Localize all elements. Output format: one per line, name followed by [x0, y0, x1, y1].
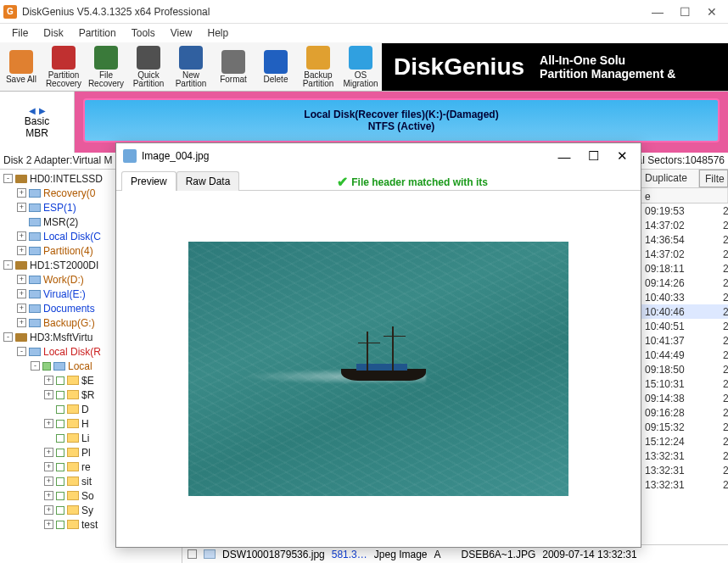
row-checkbox[interactable]: [188, 549, 197, 559]
expand-toggle[interactable]: -: [17, 347, 26, 356]
nav-next-icon[interactable]: ▶: [39, 106, 46, 115]
expand-toggle[interactable]: +: [17, 246, 26, 255]
checkbox[interactable]: [56, 391, 64, 399]
close-button[interactable]: ✕: [706, 5, 718, 19]
tree-label: Virual(E:): [43, 288, 86, 300]
expand-toggle[interactable]: -: [31, 361, 40, 371]
col-duplicate[interactable]: Duplicate: [640, 170, 699, 187]
menu-help[interactable]: Help: [201, 25, 236, 41]
menu-view[interactable]: View: [164, 25, 199, 41]
tool-label: Partition Recovery: [42, 71, 85, 88]
tree-label: re: [81, 461, 91, 473]
col-e[interactable]: e: [640, 188, 728, 203]
cell-extra: 2: [718, 277, 728, 289]
tool-file-recovery[interactable]: File Recovery: [85, 43, 127, 91]
expand-toggle[interactable]: +: [17, 304, 26, 313]
checkbox[interactable]: [42, 362, 51, 371]
volume-icon: [29, 348, 41, 356]
preview-maximize-button[interactable]: ☐: [581, 148, 605, 164]
tab-raw-data[interactable]: Raw Data: [176, 171, 240, 191]
image-file-icon: [123, 149, 137, 163]
checkbox[interactable]: [56, 506, 64, 515]
expand-toggle[interactable]: +: [17, 275, 26, 284]
adapter-label: Disk 2 Adapter:Virtual M: [3, 154, 113, 167]
preview-window: Image_004.jpg — ☐ ✕ Preview Raw Data ✔ F…: [115, 142, 641, 548]
partition-block[interactable]: Local Disk(Recover files)(K:)-(Damaged) …: [83, 98, 720, 142]
filter-button[interactable]: Filte: [699, 170, 728, 187]
checkbox[interactable]: [56, 420, 64, 428]
tool-os-migration[interactable]: OS Migration: [339, 43, 382, 91]
expand-toggle[interactable]: +: [17, 289, 26, 298]
sectors-label: tal Sectors:1048576: [634, 154, 725, 167]
checkbox[interactable]: [56, 449, 64, 457]
tool-delete[interactable]: Delete: [255, 43, 297, 91]
cell-extra: 2: [718, 306, 728, 318]
tool-save-all[interactable]: Save All: [0, 43, 42, 91]
volume-icon: [29, 218, 41, 226]
tool-format[interactable]: Format: [212, 43, 255, 91]
cell-extra: 2: [718, 479, 728, 491]
tree-label: Documents: [43, 303, 95, 315]
checkbox[interactable]: [56, 521, 64, 529]
minimize-button[interactable]: —: [652, 5, 664, 19]
volume-icon: [29, 276, 41, 284]
cell-time: 10:40:51: [640, 321, 718, 332]
tool-backup-partition[interactable]: Backup Partition: [297, 43, 339, 91]
disk-scheme-label: MBR: [25, 127, 48, 139]
menu-disk[interactable]: Disk: [36, 25, 70, 41]
expand-toggle[interactable]: +: [44, 376, 53, 385]
tab-preview[interactable]: Preview: [121, 171, 176, 191]
expand-toggle[interactable]: +: [44, 419, 53, 428]
cell-extra: 2: [718, 205, 728, 217]
menu-tools[interactable]: Tools: [125, 25, 162, 41]
cell-time: 13:32:31: [640, 450, 718, 462]
tool-label: Quick Partition: [127, 71, 170, 88]
tool-quick-partition[interactable]: Quick Partition: [127, 43, 170, 91]
preview-tabs: Preview Raw Data ✔ File header matched w…: [116, 169, 641, 191]
cell-time: 10:40:46: [640, 306, 718, 318]
maximize-button[interactable]: ☐: [679, 5, 691, 19]
tree-label: $R: [81, 389, 94, 401]
expand-toggle[interactable]: +: [44, 477, 53, 486]
checkbox[interactable]: [56, 434, 64, 443]
tool-label: Delete: [264, 75, 288, 84]
brand-line2: Partition Management &: [540, 67, 675, 81]
folder-deleted-icon: [67, 505, 79, 515]
expand-toggle[interactable]: +: [17, 188, 26, 198]
checkbox[interactable]: [56, 492, 64, 500]
tree-label: Sy: [81, 504, 93, 516]
tree-label: MSR(2): [43, 216, 78, 228]
partition-title: Local Disk(Recover files)(K:)-(Damaged): [304, 109, 498, 120]
expand-toggle[interactable]: +: [17, 203, 26, 212]
folder-deleted-icon: [67, 448, 79, 457]
preview-close-button[interactable]: ✕: [610, 148, 634, 164]
tool-icon: [94, 46, 118, 70]
cell-time: 10:44:49: [640, 349, 718, 361]
cell-time: 10:41:37: [640, 335, 718, 347]
tree-label: Local Disk(R: [43, 346, 101, 358]
preview-minimize-button[interactable]: —: [552, 149, 576, 164]
expand-toggle[interactable]: +: [44, 462, 53, 471]
expand-toggle[interactable]: +: [17, 318, 26, 327]
file-type: Jpeg Image: [374, 549, 428, 560]
expand-toggle[interactable]: -: [3, 332, 13, 342]
expand-toggle[interactable]: +: [44, 390, 53, 399]
tool-partition-recovery[interactable]: Partition Recovery: [42, 43, 85, 91]
menu-file[interactable]: File: [5, 25, 35, 41]
checkbox[interactable]: [56, 477, 64, 486]
cell-extra: 2: [718, 436, 728, 448]
checkbox[interactable]: [56, 376, 64, 385]
file-attr: A: [434, 549, 455, 560]
expand-toggle[interactable]: -: [3, 260, 13, 270]
expand-toggle[interactable]: +: [44, 505, 53, 515]
expand-toggle[interactable]: +: [44, 448, 53, 457]
expand-toggle[interactable]: +: [44, 520, 53, 529]
checkbox[interactable]: [56, 405, 64, 414]
nav-prev-icon[interactable]: ◀: [29, 106, 36, 115]
expand-toggle[interactable]: +: [17, 231, 26, 241]
expand-toggle[interactable]: -: [3, 174, 13, 183]
menu-partition[interactable]: Partition: [72, 25, 123, 41]
expand-toggle[interactable]: +: [44, 491, 53, 500]
tool-new-partition[interactable]: New Partition: [170, 43, 212, 91]
checkbox[interactable]: [56, 463, 64, 471]
